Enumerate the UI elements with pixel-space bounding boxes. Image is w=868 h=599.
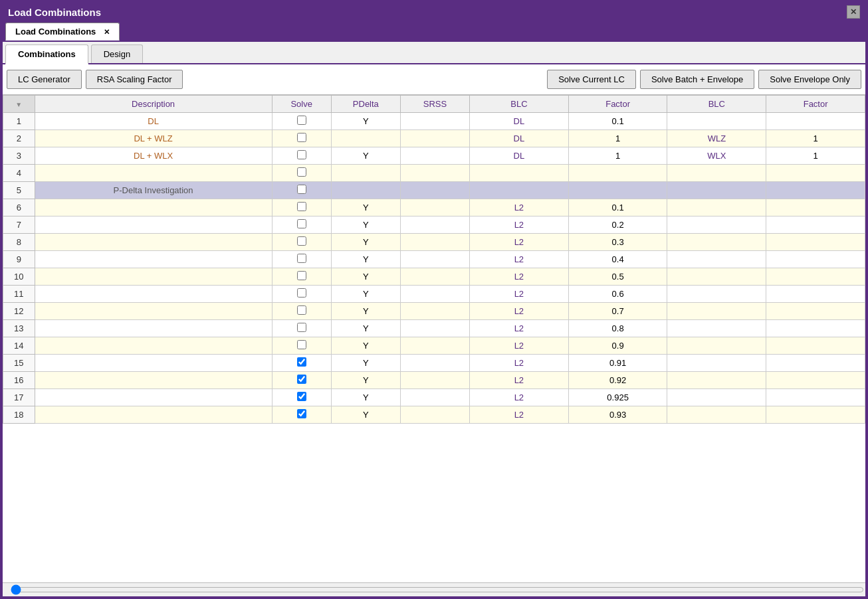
table-row[interactable]: 4 bbox=[3, 165, 865, 182]
cell-description[interactable] bbox=[35, 251, 272, 268]
cell-blc2[interactable] bbox=[667, 355, 766, 372]
cell-description[interactable] bbox=[35, 303, 272, 320]
cell-description[interactable]: DL + WLX bbox=[35, 147, 272, 165]
solve-batch-envelope-button[interactable]: Solve Batch + Envelope bbox=[640, 70, 754, 89]
solve-checkbox[interactable] bbox=[297, 116, 306, 125]
rsa-scaling-factor-button[interactable]: RSA Scaling Factor bbox=[86, 70, 183, 89]
cell-solve[interactable] bbox=[272, 165, 331, 182]
solve-checkbox[interactable] bbox=[297, 392, 306, 401]
cell-blc1[interactable]: L2 bbox=[470, 251, 569, 268]
solve-checkbox[interactable] bbox=[297, 219, 306, 228]
cell-blc2[interactable] bbox=[667, 320, 766, 337]
cell-blc1[interactable]: L2 bbox=[470, 372, 569, 389]
cell-blc2[interactable] bbox=[667, 286, 766, 303]
table-row[interactable]: 1DLYDL0.1 bbox=[3, 113, 865, 130]
cell-solve[interactable] bbox=[272, 234, 331, 251]
table-row[interactable]: 14YL20.9 bbox=[3, 337, 865, 355]
cell-solve[interactable] bbox=[272, 113, 331, 130]
cell-description[interactable] bbox=[35, 268, 272, 286]
cell-description[interactable]: DL + WLZ bbox=[35, 130, 272, 147]
cell-blc2[interactable] bbox=[667, 199, 766, 216]
cell-blc1[interactable]: L2 bbox=[470, 355, 569, 372]
cell-blc1[interactable]: L2 bbox=[470, 216, 569, 234]
cell-blc1[interactable]: DL bbox=[470, 113, 569, 130]
table-row[interactable]: 18YL20.93 bbox=[3, 406, 865, 424]
solve-envelope-only-button[interactable]: Solve Envelope Only bbox=[758, 70, 861, 89]
solve-checkbox[interactable] bbox=[297, 133, 306, 142]
cell-blc1[interactable]: L2 bbox=[470, 406, 569, 424]
tab-close-icon[interactable]: ✕ bbox=[104, 28, 110, 36]
cell-blc1[interactable]: L2 bbox=[470, 320, 569, 337]
table-row[interactable]: 8YL20.3 bbox=[3, 234, 865, 251]
table-row[interactable]: 5P-Delta Investigation bbox=[3, 182, 865, 199]
solve-checkbox[interactable] bbox=[297, 323, 306, 332]
cell-blc1[interactable]: L2 bbox=[470, 268, 569, 286]
table-row[interactable]: 2DL + WLZDL1WLZ1 bbox=[3, 130, 865, 147]
cell-blc2[interactable] bbox=[667, 406, 766, 424]
cell-solve[interactable] bbox=[272, 147, 331, 165]
cell-solve[interactable] bbox=[272, 303, 331, 320]
table-row[interactable]: 6YL20.1 bbox=[3, 199, 865, 216]
cell-blc2[interactable] bbox=[667, 389, 766, 406]
solve-checkbox[interactable] bbox=[297, 271, 306, 280]
cell-blc2[interactable]: WLZ bbox=[667, 130, 766, 147]
cell-solve[interactable] bbox=[272, 199, 331, 216]
table-row[interactable]: 10YL20.5 bbox=[3, 268, 865, 286]
solve-checkbox[interactable] bbox=[297, 357, 306, 367]
table-row[interactable]: 13YL20.8 bbox=[3, 320, 865, 337]
cell-solve[interactable] bbox=[272, 337, 331, 355]
cell-blc1[interactable]: L2 bbox=[470, 303, 569, 320]
lc-generator-button[interactable]: LC Generator bbox=[7, 70, 82, 89]
table-row[interactable]: 17YL20.925 bbox=[3, 389, 865, 406]
cell-blc2[interactable] bbox=[667, 113, 766, 130]
cell-blc2[interactable] bbox=[667, 268, 766, 286]
cell-description[interactable] bbox=[35, 389, 272, 406]
cell-solve[interactable] bbox=[272, 389, 331, 406]
solve-checkbox[interactable] bbox=[297, 254, 306, 263]
cell-description[interactable] bbox=[35, 234, 272, 251]
cell-solve[interactable] bbox=[272, 268, 331, 286]
cell-blc2[interactable] bbox=[667, 234, 766, 251]
cell-blc2[interactable] bbox=[667, 216, 766, 234]
cell-blc2[interactable] bbox=[667, 303, 766, 320]
cell-solve[interactable] bbox=[272, 355, 331, 372]
solve-checkbox[interactable] bbox=[297, 236, 306, 246]
table-row[interactable]: 11YL20.6 bbox=[3, 286, 865, 303]
cell-solve[interactable] bbox=[272, 372, 331, 389]
horizontal-scrollbar[interactable] bbox=[11, 584, 864, 595]
table-row[interactable]: 16YL20.92 bbox=[3, 372, 865, 389]
cell-blc1[interactable]: L2 bbox=[470, 199, 569, 216]
cell-description[interactable] bbox=[35, 199, 272, 216]
cell-description[interactable] bbox=[35, 286, 272, 303]
cell-blc1[interactable] bbox=[470, 182, 569, 199]
cell-blc2[interactable]: WLX bbox=[667, 147, 766, 165]
cell-blc2[interactable] bbox=[667, 251, 766, 268]
cell-description[interactable] bbox=[35, 216, 272, 234]
solve-checkbox[interactable] bbox=[297, 202, 306, 211]
cell-solve[interactable] bbox=[272, 286, 331, 303]
close-button[interactable]: ✕ bbox=[847, 5, 860, 19]
cell-blc2[interactable] bbox=[667, 372, 766, 389]
cell-description[interactable] bbox=[35, 406, 272, 424]
cell-blc1[interactable]: DL bbox=[470, 147, 569, 165]
cell-solve[interactable] bbox=[272, 320, 331, 337]
cell-blc2[interactable] bbox=[667, 182, 766, 199]
cell-description[interactable] bbox=[35, 355, 272, 372]
solve-checkbox[interactable] bbox=[297, 150, 306, 159]
cell-blc1[interactable]: DL bbox=[470, 130, 569, 147]
sub-tab-combinations[interactable]: Combinations bbox=[5, 44, 88, 64]
cell-blc1[interactable]: L2 bbox=[470, 234, 569, 251]
cell-blc1[interactable]: L2 bbox=[470, 389, 569, 406]
solve-current-lc-button[interactable]: Solve Current LC bbox=[547, 70, 636, 89]
cell-blc1[interactable]: L2 bbox=[470, 286, 569, 303]
cell-solve[interactable] bbox=[272, 251, 331, 268]
table-row[interactable]: 9YL20.4 bbox=[3, 251, 865, 268]
sub-tab-design[interactable]: Design bbox=[91, 44, 143, 63]
cell-solve[interactable] bbox=[272, 406, 331, 424]
table-row[interactable]: 12YL20.7 bbox=[3, 303, 865, 320]
solve-checkbox[interactable] bbox=[297, 375, 306, 384]
table-row[interactable]: 3DL + WLXYDL1WLX1 bbox=[3, 147, 865, 165]
cell-blc2[interactable] bbox=[667, 165, 766, 182]
solve-checkbox[interactable] bbox=[297, 185, 306, 194]
table-row[interactable]: 7YL20.2 bbox=[3, 216, 865, 234]
